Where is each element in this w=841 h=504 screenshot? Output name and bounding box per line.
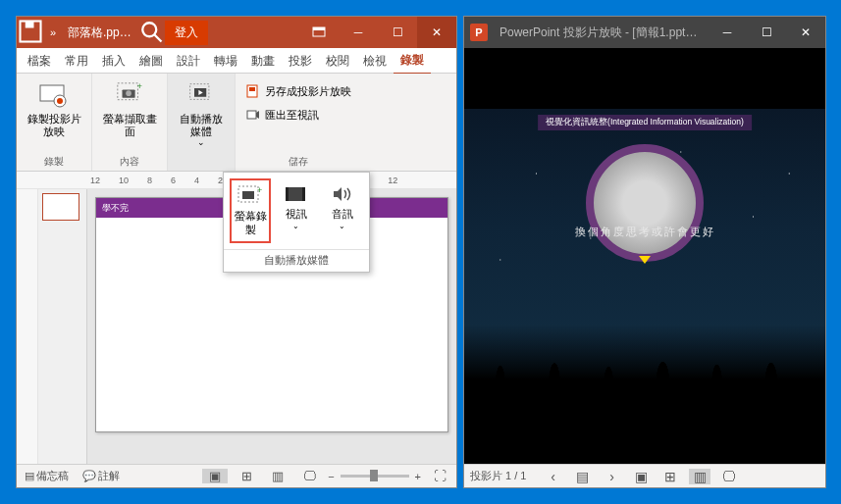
ribbon-display-icon[interactable] <box>299 17 339 48</box>
tab-animations[interactable]: 動畫 <box>244 48 282 74</box>
audio-icon <box>329 182 356 206</box>
group-label <box>200 156 203 171</box>
slide-counter: 投影片 1 / 1 <box>470 469 526 483</box>
screenshot-button[interactable]: + 螢幕擷取畫面 <box>98 76 161 141</box>
presented-slide: 視覺化資訊統整(Integrated Information Visualiza… <box>464 109 825 403</box>
camera-icon: + <box>114 79 145 111</box>
export-video-button[interactable]: 匯出至視訊 <box>241 105 323 125</box>
trees-silhouette <box>464 325 825 403</box>
svg-rect-18 <box>247 111 256 119</box>
autoplay-media-button[interactable]: 自動播放媒體 ⌄ <box>174 76 229 151</box>
powerpoint-icon: P <box>470 24 488 41</box>
screen-recording-option[interactable]: + 螢幕錄製 <box>230 178 271 243</box>
ribbon-group-content: + 螢幕擷取畫面 內容 <box>92 74 168 171</box>
zoom-slider[interactable] <box>341 475 409 478</box>
tab-recording[interactable]: 錄製 <box>394 47 431 75</box>
autoplay-media-dropdown: + 螢幕錄製 視訊 ⌄ 音訊 ⌄ <box>223 172 370 273</box>
ribbon-group-save: 另存成投影片放映 匯出至視訊 儲存 <box>236 74 361 171</box>
zoom-in-button[interactable]: + <box>415 471 421 482</box>
zoom-out-button[interactable]: − <box>328 471 334 482</box>
thumbnail-pane[interactable] <box>38 189 87 464</box>
ribbon-group-record: 錄製投影片放映 錄製 <box>17 74 92 171</box>
minimize-button[interactable]: ─ <box>708 17 747 48</box>
normal-view-button[interactable]: ▣ <box>630 469 652 484</box>
slideshow-view-button[interactable]: 🖵 <box>718 469 740 484</box>
tab-slideshow[interactable]: 投影 <box>282 48 319 74</box>
dropdown-footer: 自動播放媒體 <box>224 249 369 272</box>
close-button[interactable]: ✕ <box>786 17 825 48</box>
next-slide-button[interactable]: › <box>601 469 622 484</box>
tab-home[interactable]: 常用 <box>58 48 95 74</box>
chevron-right-icon[interactable]: » <box>44 26 62 38</box>
tab-view[interactable]: 檢視 <box>356 48 394 74</box>
ribbon-tabs: 檔案 常用 插入 繪圖 設計 轉場 動畫 投影 校閱 檢視 錄製 <box>17 48 456 74</box>
maximize-button[interactable]: ☐ <box>747 17 786 48</box>
tab-transitions[interactable]: 轉場 <box>207 48 244 74</box>
info-banner: 視覺化資訊統整(Integrated Information Visualiza… <box>538 115 752 130</box>
powerpoint-slideshow-window: P PowerPoint 投影片放映 - [簡報1.ppt… ─ ☐ ✕ 視覺化… <box>463 16 826 488</box>
button-label: 自動播放媒體 <box>176 113 227 137</box>
normal-view-button[interactable]: ▣ <box>202 469 228 483</box>
audio-option[interactable]: 音訊 ⌄ <box>322 178 363 243</box>
svg-line-3 <box>154 34 161 41</box>
cmd-label: 另存成投影片放映 <box>265 84 351 99</box>
button-label: 錄製投影片放映 <box>25 113 83 137</box>
tab-file[interactable]: 檔案 <box>21 48 58 74</box>
search-icon[interactable] <box>137 18 165 48</box>
tab-review[interactable]: 校閱 <box>319 48 356 74</box>
svg-rect-5 <box>313 27 325 30</box>
maximize-button[interactable]: ☐ <box>378 17 417 48</box>
option-label: 螢幕錄製 <box>234 210 267 237</box>
ribbon: 錄製投影片放映 錄製 + 螢幕擷取畫面 內容 <box>17 74 456 172</box>
ribbon-group-autoplay: 自動播放媒體 ⌄ <box>168 74 236 171</box>
save-as-slideshow-button[interactable]: 另存成投影片放映 <box>241 81 355 101</box>
vertical-ruler <box>17 189 38 464</box>
slideshow-area[interactable]: 視覺化資訊統整(Integrated Information Visualiza… <box>464 48 825 464</box>
cmd-label: 匯出至視訊 <box>265 108 319 123</box>
tab-insert[interactable]: 插入 <box>95 48 132 74</box>
group-label: 內容 <box>120 153 139 171</box>
option-label: 音訊 <box>332 208 353 222</box>
record-slideshow-button[interactable]: 錄製投影片放映 <box>23 76 85 141</box>
svg-point-11 <box>126 90 131 96</box>
statusbar: 投影片 1 / 1 ‹ ▤ › ▣ ⊞ ▥ 🖵 <box>464 464 825 487</box>
sorter-view-button[interactable]: ⊞ <box>234 469 259 483</box>
svg-marker-26 <box>334 187 342 201</box>
svg-point-8 <box>57 98 63 104</box>
sorter-view-button[interactable]: ⊞ <box>659 469 681 484</box>
save-icon[interactable] <box>17 18 44 48</box>
reading-view-button[interactable]: ▥ <box>265 469 290 483</box>
comments-icon: 💬 <box>82 470 96 482</box>
screen-record-icon: + <box>237 184 264 208</box>
tab-design[interactable]: 設計 <box>170 48 207 74</box>
prev-slide-button[interactable]: ‹ <box>542 469 563 484</box>
slide-thumbnail[interactable] <box>42 193 79 221</box>
slideshow-view-button[interactable]: 🖵 <box>296 469 322 483</box>
fit-window-button[interactable]: ⛶ <box>427 469 452 483</box>
button-label: 螢幕擷取畫面 <box>100 113 159 137</box>
svg-rect-17 <box>249 87 255 91</box>
svg-rect-25 <box>302 187 305 201</box>
tab-draw[interactable]: 繪圖 <box>132 48 170 74</box>
menu-button[interactable]: ▤ <box>571 469 593 484</box>
titlebar: P PowerPoint 投影片放映 - [簡報1.ppt… ─ ☐ ✕ <box>464 17 825 48</box>
comments-button[interactable]: 💬 註解 <box>79 469 124 483</box>
statusbar: ▤ 備忘稿 💬 註解 ▣ ⊞ ▥ 🖵 − + ⛶ <box>17 464 456 487</box>
notes-icon: ▤ <box>25 470 34 482</box>
video-option[interactable]: 視訊 ⌄ <box>276 178 317 243</box>
titlebar: » 部落格.pp… 登入 ─ ☐ ✕ <box>17 17 456 48</box>
login-button[interactable]: 登入 <box>165 21 208 45</box>
group-label: 儲存 <box>289 153 308 171</box>
notes-button[interactable]: ▤ 備忘稿 <box>21 469 73 483</box>
video-icon <box>283 182 310 206</box>
svg-text:+: + <box>257 185 262 195</box>
group-label: 錄製 <box>44 153 64 171</box>
close-button[interactable]: ✕ <box>417 17 456 48</box>
svg-rect-1 <box>26 21 34 27</box>
svg-rect-21 <box>242 191 254 199</box>
arc-text: 換個角度思考或許會更好 <box>547 222 743 239</box>
minimize-button[interactable]: ─ <box>339 17 378 48</box>
indicator-triangle-icon <box>639 256 651 264</box>
window-title: PowerPoint 投影片放映 - [簡報1.ppt… <box>494 25 708 41</box>
reading-view-button[interactable]: ▥ <box>689 469 710 484</box>
